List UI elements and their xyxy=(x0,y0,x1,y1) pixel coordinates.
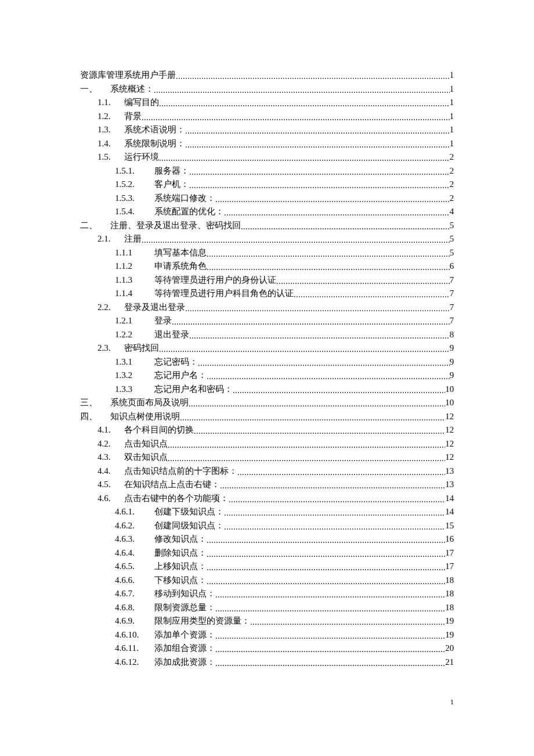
toc-entry-number: 1.5.2. xyxy=(115,178,154,192)
toc-entry-title: 添加成批资源： xyxy=(154,656,215,669)
toc-dots xyxy=(168,438,445,452)
toc-entry-page: 2 xyxy=(450,178,454,192)
toc-entry: 4.6.12.添加成批资源：21 xyxy=(80,656,454,669)
toc-entry: 4.6.6.下移知识点：18 xyxy=(80,574,454,588)
toc-entry-title: 点击右键中的各个功能项： xyxy=(124,492,229,506)
toc-entry-number: 一、 xyxy=(80,82,110,96)
toc-entry-number: 二、 xyxy=(80,219,110,233)
toc-entry-title: 点击知识点 xyxy=(124,437,168,451)
toc-entry: 1.1.4等待管理员进行用户科目角色的认证7 xyxy=(80,287,454,301)
toc-entry-title: 知识点树使用说明 xyxy=(110,410,180,424)
toc-entry: 1.4.系统限制说明：1 xyxy=(80,137,454,151)
toc-entry-page: 5 xyxy=(450,246,454,260)
toc-entry-page: 16 xyxy=(445,532,454,546)
toc-entry-title: 忘记密码： xyxy=(154,355,198,369)
toc-entry-number: 1.1.1 xyxy=(115,246,154,260)
toc-entry-number: 4.6.4. xyxy=(115,546,154,560)
toc-entry: 1.1.编写目的1 xyxy=(80,96,454,110)
toc-entry-title: 系统概述： xyxy=(110,82,154,96)
toc-dots xyxy=(276,275,450,289)
toc-dots xyxy=(154,84,450,98)
toc-entry-number: 4.6.5. xyxy=(115,560,154,574)
toc-entry-page: 7 xyxy=(450,301,454,315)
toc-dots xyxy=(215,588,445,602)
toc-entry-number: 三、 xyxy=(80,396,110,410)
toc-entry-title: 注册、登录及退出登录、密码找回 xyxy=(110,219,241,233)
toc-entry-title: 各个科目间的切换 xyxy=(124,423,194,437)
toc-entry-page: 5 xyxy=(450,232,454,246)
toc-entry-number: 1.3.3 xyxy=(115,383,154,397)
toc-entry-title: 修改知识点： xyxy=(154,532,207,546)
toc-entry-title: 系统术语说明： xyxy=(124,123,185,137)
toc-entry-title: 下移知识点： xyxy=(154,574,207,588)
toc-entry-title: 等待管理员进行用户科目角色的认证 xyxy=(154,287,294,301)
toc-entry-title: 背景 xyxy=(124,110,142,124)
toc-entry: 1.5.1.服务器：2 xyxy=(80,164,454,178)
toc-dots xyxy=(215,629,445,643)
toc-entry-page: 13 xyxy=(445,465,454,478)
toc-dots xyxy=(220,479,445,493)
toc-dots xyxy=(198,357,450,370)
toc-entry-page: 20 xyxy=(445,642,454,656)
toc-dots xyxy=(207,548,445,561)
toc-entry: 1.3.3忘记用户名和密码：10 xyxy=(80,383,454,397)
toc-entry: 4.6.10.添加单个资源：19 xyxy=(80,628,454,642)
toc-entry-number: 1.5.4. xyxy=(115,205,154,219)
toc-entry: 1.2.背景1 xyxy=(80,110,454,124)
toc-dots xyxy=(194,424,445,438)
toc-entry-number: 1.5.3. xyxy=(115,192,154,206)
toc-entry-page: 18 xyxy=(445,587,454,601)
toc-entry-number: 4.2. xyxy=(98,437,124,451)
toc-entry-page: 10 xyxy=(445,383,454,397)
toc-container: 资源库管理系统用户手册1一、系统概述：11.1.编写目的11.2.背景11.3.… xyxy=(0,0,534,669)
toc-entry-page: 5 xyxy=(450,219,454,233)
toc-entry: 4.1.各个科目间的切换12 xyxy=(80,423,454,437)
toc-entry: 4.6.2.创建同级知识点：15 xyxy=(80,519,454,533)
toc-entry: 2.2.登录及退出登录7 xyxy=(80,301,454,315)
toc-entry-title: 系统限制说明： xyxy=(124,137,185,151)
toc-entry-page: 2 xyxy=(450,192,454,206)
toc-entry: 三、系统页面布局及说明10 xyxy=(80,396,454,410)
toc-entry-page: 17 xyxy=(445,546,454,560)
toc-entry-number: 2.3. xyxy=(98,341,124,355)
toc-dots xyxy=(207,261,450,275)
toc-entry-title: 申请系统角色 xyxy=(154,260,207,273)
toc-entry-title: 编写目的 xyxy=(124,96,159,110)
toc-entry-page: 9 xyxy=(450,369,454,383)
toc-entry: 4.6.7.移动到知识点：18 xyxy=(80,587,454,601)
toc-dots xyxy=(207,247,450,261)
toc-entry: 1.1.3等待管理员进行用户的身份认证7 xyxy=(80,273,454,287)
toc-entry-title: 注册 xyxy=(124,232,142,246)
toc-entry: 4.6.11.添加组合资源：20 xyxy=(80,642,454,656)
toc-entry-number: 2.2. xyxy=(98,301,124,315)
toc-entry-title: 忘记用户名和密码： xyxy=(154,383,233,397)
toc-entry: 4.3.双击知识点12 xyxy=(80,451,454,465)
toc-entry-title: 上移知识点： xyxy=(154,560,207,574)
toc-entry: 1.3.系统术语说明：1 xyxy=(80,123,454,137)
toc-entry-title: 退出登录 xyxy=(154,328,189,342)
toc-entry-title: 移动到知识点： xyxy=(154,587,215,601)
toc-entry-number: 4.3. xyxy=(98,451,124,465)
toc-entry-number: 四、 xyxy=(80,410,110,424)
toc-entry-number: 1.3. xyxy=(98,123,124,137)
toc-entry-title: 登录 xyxy=(154,314,172,328)
toc-dots xyxy=(180,411,445,425)
toc-entry-number: 4.6.9. xyxy=(115,614,154,628)
toc-entry-page: 7 xyxy=(450,314,454,328)
toc-dots xyxy=(224,520,445,534)
toc-entry: 二、注册、登录及退出登录、密码找回5 xyxy=(80,219,454,233)
toc-dots xyxy=(215,657,445,671)
toc-entry-page: 2 xyxy=(450,164,454,178)
toc-entry: 1.5.运行环境2 xyxy=(80,150,454,164)
toc-entry-page: 12 xyxy=(445,410,454,424)
toc-entry-number: 1.2.1 xyxy=(115,314,154,328)
toc-entry: 4.6.点击右键中的各个功能项：14 xyxy=(80,492,454,506)
toc-dots xyxy=(189,397,445,411)
toc-entry-title: 忘记用户名： xyxy=(154,369,207,383)
toc-entry-title: 删除知识点： xyxy=(154,546,207,560)
toc-entry: 4.6.9.限制应用类型的资源量：19 xyxy=(80,614,454,628)
toc-entry-number: 1.2.2 xyxy=(115,328,154,342)
toc-entry-page: 1 xyxy=(450,69,454,82)
toc-entry: 4.6.4.删除知识点：17 xyxy=(80,546,454,560)
toc-entry-page: 6 xyxy=(450,260,454,273)
